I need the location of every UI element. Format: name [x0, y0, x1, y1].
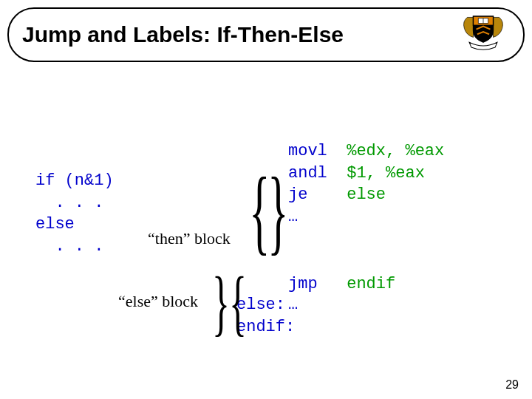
else-block-label: “else” block	[118, 292, 198, 311]
princeton-crest-icon	[457, 10, 510, 50]
asm-b1-op: jmp	[288, 275, 318, 293]
title-bar: Jump and Labels: If-Then-Else	[7, 7, 525, 62]
asm-t2-op: andl	[288, 164, 327, 183]
asm-b1-arg: endif	[347, 275, 395, 293]
asm-bottom-block: jmp endif	[288, 273, 395, 296]
slide: Jump and Labels: If-Then-Else if (n&1) .…	[0, 0, 532, 399]
asm-t2-arg: $1, %eax	[347, 164, 425, 183]
asm-b2-op: …	[288, 294, 298, 316]
c-line-2: . . .	[35, 194, 103, 212]
then-block-label: “then” block	[148, 229, 231, 248]
page-number: 29	[505, 378, 519, 392]
asm-t4-op: …	[288, 208, 298, 226]
asm-t3-op: je	[288, 185, 307, 204]
c-line-3: else	[35, 215, 75, 233]
then-brace-right-icon: }	[267, 155, 288, 266]
slide-title: Jump and Labels: If-Then-Else	[22, 22, 344, 47]
c-code-block: if (n&1) . . . else . . .	[35, 170, 114, 258]
asm-t1-op: movl	[288, 142, 327, 160]
asm-t3-arg: else	[347, 185, 386, 204]
c-line-4: . . .	[35, 237, 103, 256]
asm-top-block: movl %edx, %eax andl $1, %eax je else …	[288, 140, 444, 228]
else-brace-left-icon: {	[229, 260, 247, 345]
c-line-1: if (n&1)	[35, 171, 114, 190]
asm-t1-arg: %edx, %eax	[347, 142, 444, 160]
then-brace-left-icon: {	[249, 155, 270, 266]
else-brace-right-icon: }	[212, 260, 230, 345]
